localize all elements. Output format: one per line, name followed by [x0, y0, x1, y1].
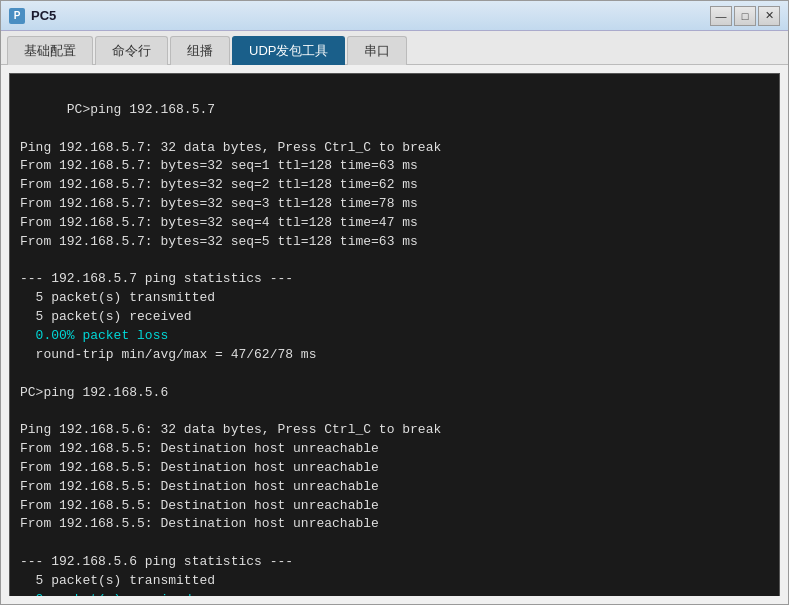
terminal[interactable]: PC>ping 192.168.5.7 Ping 192.168.5.7: 32… [9, 73, 780, 596]
tab-command-line[interactable]: 命令行 [95, 36, 168, 65]
terminal-line: From 192.168.5.5: Destination host unrea… [20, 516, 379, 531]
tab-multicast[interactable]: 组播 [170, 36, 230, 65]
window-icon: P [9, 8, 25, 24]
terminal-line: From 192.168.5.7: bytes=32 seq=3 ttl=128… [20, 196, 418, 211]
terminal-line: 0.00% packet loss [20, 328, 168, 343]
tab-udp-tool[interactable]: UDP发包工具 [232, 36, 345, 65]
terminal-line: round-trip min/avg/max = 47/62/78 ms [20, 347, 316, 362]
terminal-line: 5 packet(s) transmitted [20, 573, 215, 588]
tab-bar: 基础配置 命令行 组播 UDP发包工具 串口 [1, 31, 788, 65]
terminal-line: From 192.168.5.5: Destination host unrea… [20, 441, 379, 456]
terminal-line: From 192.168.5.7: bytes=32 seq=5 ttl=128… [20, 234, 418, 249]
tab-serial[interactable]: 串口 [347, 36, 407, 65]
terminal-line: 5 packet(s) transmitted [20, 290, 215, 305]
tab-basic-config[interactable]: 基础配置 [7, 36, 93, 65]
terminal-line: --- 192.168.5.7 ping statistics --- [20, 271, 293, 286]
content-area: PC>ping 192.168.5.7 Ping 192.168.5.7: 32… [1, 65, 788, 604]
main-window: P PC5 — □ ✕ 基础配置 命令行 组播 UDP发包工具 串口 PC>pi… [0, 0, 789, 605]
terminal-wrapper: PC>ping 192.168.5.7 Ping 192.168.5.7: 32… [9, 73, 780, 596]
window-title: PC5 [31, 8, 710, 23]
terminal-line: From 192.168.5.7: bytes=32 seq=2 ttl=128… [20, 177, 418, 192]
terminal-line: Ping 192.168.5.6: 32 data bytes, Press C… [20, 422, 441, 437]
terminal-line: PC>ping 192.168.5.6 [20, 385, 168, 400]
title-bar-buttons: — □ ✕ [710, 6, 780, 26]
close-button[interactable]: ✕ [758, 6, 780, 26]
minimize-button[interactable]: — [710, 6, 732, 26]
terminal-line: 0 packet(s) received [20, 592, 192, 596]
maximize-button[interactable]: □ [734, 6, 756, 26]
terminal-line: From 192.168.5.5: Destination host unrea… [20, 479, 379, 494]
terminal-line: From 192.168.5.5: Destination host unrea… [20, 460, 379, 475]
terminal-line: --- 192.168.5.6 ping statistics --- [20, 554, 293, 569]
terminal-line: From 192.168.5.5: Destination host unrea… [20, 498, 379, 513]
title-bar: P PC5 — □ ✕ [1, 1, 788, 31]
terminal-line: From 192.168.5.7: bytes=32 seq=4 ttl=128… [20, 215, 418, 230]
terminal-line: PC>ping 192.168.5.7 [67, 102, 215, 117]
terminal-line: From 192.168.5.7: bytes=32 seq=1 ttl=128… [20, 158, 418, 173]
terminal-line: Ping 192.168.5.7: 32 data bytes, Press C… [20, 140, 441, 155]
terminal-line: 5 packet(s) received [20, 309, 192, 324]
